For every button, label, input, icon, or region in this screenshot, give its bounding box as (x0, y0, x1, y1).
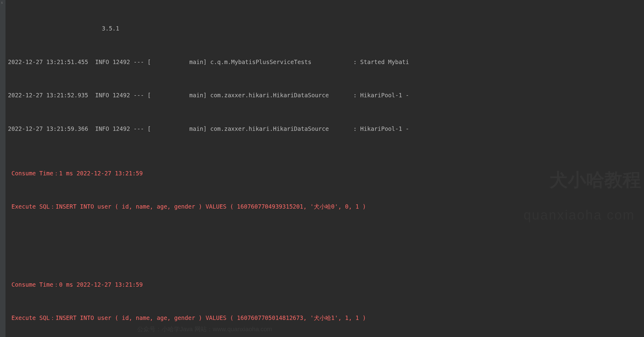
sql-execute-line: Execute SQL：INSERT INTO user ( id, name,… (8, 201, 644, 212)
console-output[interactable]: 3.5.1 2022-12-27 13:21:51.455 INFO 12492… (5, 0, 644, 337)
gutter-label: s (1, 1, 3, 5)
log-line: 2022-12-27 13:21:59.366 INFO 12492 --- [… (8, 123, 644, 134)
log-line: 2022-12-27 13:21:52.935 INFO 12492 --- [… (8, 90, 644, 101)
sql-execute-line: Execute SQL：INSERT INTO user ( id, name,… (8, 312, 644, 324)
log-line: 2022-12-27 13:21:51.455 INFO 12492 --- [… (8, 56, 644, 68)
editor-gutter: s (0, 0, 5, 337)
blank-line (8, 235, 644, 246)
sql-consume-line: Consume Time：0 ms 2022-12-27 13:21:59 (8, 279, 644, 290)
sql-consume-line: Consume Time：1 ms 2022-12-27 13:21:59 (8, 168, 644, 179)
version-line: 3.5.1 (8, 23, 644, 34)
